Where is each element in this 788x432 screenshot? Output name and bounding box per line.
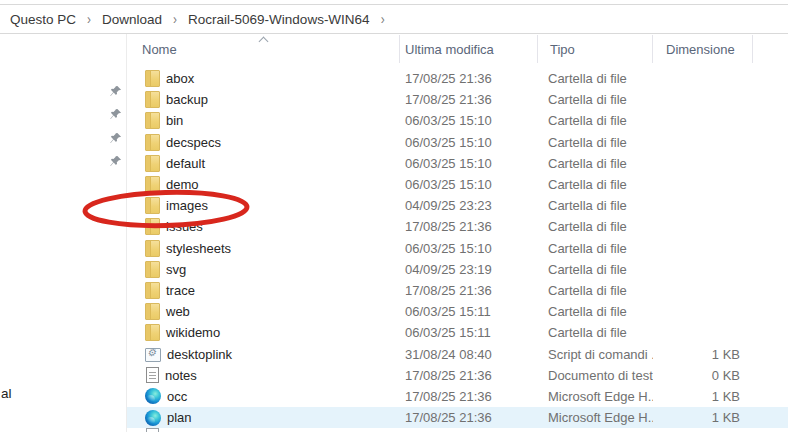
file-row[interactable]: notes 17/08/25 21:36 Documento di testo … [127,365,788,386]
file-row[interactable]: demo 06/03/25 15:10 Cartella di file [127,174,788,195]
folder-icon [145,112,160,129]
file-row[interactable]: default 06/03/25 15:10 Cartella di file [127,153,788,174]
file-type: Cartella di file [538,71,653,86]
pushpin-icon[interactable] [109,85,122,98]
file-name: notes [165,368,197,383]
sort-ascending-icon [260,36,268,44]
file-name: plan [167,410,192,425]
file-row[interactable]: bin 06/03/25 15:10 Cartella di file [127,110,788,131]
edge-browser-icon [145,410,161,426]
file-list: Nome Ultima modifica Tipo Dimensione abo… [127,33,788,432]
edge-browser-icon [145,388,161,404]
file-type: Cartella di file [538,325,653,340]
column-header-modified[interactable]: Ultima modifica [400,35,538,63]
file-row[interactable]: wikidemo 06/03/25 15:11 Cartella di file [127,322,788,343]
file-name: abox [166,71,194,86]
file-type: Cartella di file [538,198,653,213]
file-modified: 17/08/25 21:36 [400,283,538,298]
folder-icon [145,282,160,299]
folder-icon [145,218,160,235]
file-name: demo [166,177,199,192]
file-size: 1 KB [653,389,753,404]
file-modified: 06/03/25 15:10 [400,135,538,150]
file-modified: 06/03/25 15:11 [400,325,538,340]
clipped-file-icon [146,428,159,432]
file-size: 1 KB [653,347,753,362]
file-row[interactable]: web 06/03/25 15:11 Cartella di file [127,301,788,322]
file-type: Cartella di file [538,219,653,234]
file-row[interactable]: backup 17/08/25 21:36 Cartella di file [127,89,788,110]
file-modified: 17/08/25 21:36 [400,389,538,404]
column-header-size[interactable]: Dimensione [653,35,753,63]
file-modified: 06/03/25 15:10 [400,241,538,256]
nav-item-label-truncated[interactable]: al [1,386,12,401]
folder-icon [145,70,160,87]
file-modified: 06/03/25 15:10 [400,177,538,192]
file-modified: 17/08/25 21:36 [400,219,538,234]
breadcrumb-item[interactable]: Rocrail-5069-Windows-WIN64 [186,10,372,29]
file-name: bin [166,113,183,128]
file-size: 1 KB [653,410,753,425]
file-modified: 04/09/25 23:23 [400,198,538,213]
file-row[interactable]: svg 04/09/25 23:19 Cartella di file [127,259,788,280]
file-type: Microsoft Edge H... [538,410,653,425]
file-type: Script di comandi ... [538,347,653,362]
file-type: Microsoft Edge H... [538,389,653,404]
file-row[interactable]: decspecs 06/03/25 15:10 Cartella di file [127,132,788,153]
file-type: Cartella di file [538,113,653,128]
column-header-spacer [753,35,788,63]
file-row[interactable]: trace 17/08/25 21:36 Cartella di file [127,280,788,301]
file-type: Cartella di file [538,304,653,319]
pushpin-icon[interactable] [109,132,122,145]
breadcrumb-chevron-icon[interactable]: › [173,10,177,28]
file-type: Cartella di file [538,156,653,171]
folder-icon [145,324,160,341]
file-type: Cartella di file [538,262,653,277]
file-modified: 06/03/25 15:10 [400,113,538,128]
column-headers: Nome Ultima modifica Tipo Dimensione [127,33,788,63]
pushpin-icon[interactable] [109,108,122,121]
breadcrumb-chevron-icon[interactable]: › [381,10,385,28]
file-row[interactable]: images 04/09/25 23:23 Cartella di file [127,195,788,216]
folder-icon [145,240,160,257]
folder-icon [145,197,160,214]
file-modified: 06/03/25 15:11 [400,304,538,319]
file-name: images [166,198,208,213]
partial-next-row [127,428,788,432]
text-document-icon [146,367,159,383]
breadcrumb-item[interactable]: Questo PC [8,10,78,29]
file-row[interactable]: abox 17/08/25 21:36 Cartella di file [127,68,788,89]
file-modified: 17/08/25 21:36 [400,410,538,425]
file-modified: 17/08/25 21:36 [400,368,538,383]
file-name: web [166,304,190,319]
file-size: 0 KB [653,368,753,383]
file-name: stylesheets [166,241,231,256]
column-header-type[interactable]: Tipo [538,35,653,63]
breadcrumb-item[interactable]: Download [100,10,164,29]
file-row[interactable]: desktoplink 31/08/24 08:40 Script di com… [127,343,788,364]
pushpin-icon[interactable] [109,155,122,168]
file-type: Cartella di file [538,177,653,192]
file-name: wikidemo [166,325,220,340]
navigation-pane: al [0,34,126,432]
breadcrumb-chevron-icon[interactable]: › [87,10,91,28]
folder-icon [145,91,160,108]
file-modified: 31/08/24 08:40 [400,347,538,362]
file-row[interactable]: plan 17/08/25 21:36 Microsoft Edge H... … [127,407,788,428]
file-type: Cartella di file [538,241,653,256]
folder-icon [145,261,160,278]
file-row[interactable]: issues 17/08/25 21:36 Cartella di file [127,216,788,237]
file-name: issues [166,219,203,234]
file-name: backup [166,92,208,107]
file-row[interactable]: occ 17/08/25 21:36 Microsoft Edge H... 1… [127,386,788,407]
folder-icon [145,134,160,151]
folder-icon [145,155,160,172]
file-name: trace [166,283,195,298]
file-name: occ [167,389,187,404]
file-type: Cartella di file [538,135,653,150]
file-row[interactable]: stylesheets 06/03/25 15:10 Cartella di f… [127,238,788,259]
breadcrumb: Questo PC›Download›Rocrail-5069-Windows-… [0,5,788,33]
file-type: Cartella di file [538,283,653,298]
file-modified: 04/09/25 23:19 [400,262,538,277]
folder-icon [145,176,160,193]
